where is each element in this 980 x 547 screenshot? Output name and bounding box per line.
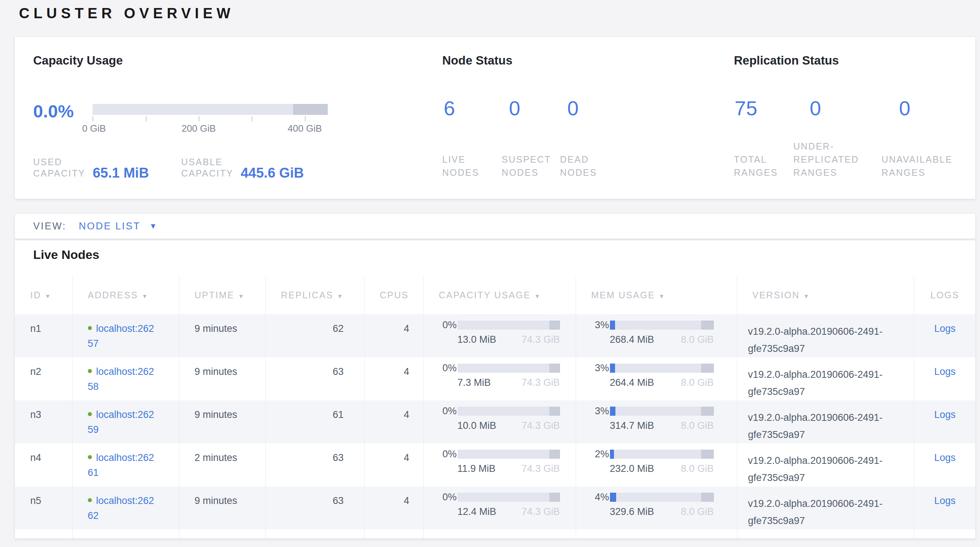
node-live-status-icon (88, 369, 92, 373)
logs-link[interactable]: Logs (934, 409, 956, 420)
view-dropdown[interactable]: NODE LIST ▼ (79, 221, 157, 232)
node-capacity-usage-cell: 0% 10.0 MiB 74.3 GiB (423, 401, 576, 444)
used-capacity-stat: USED CAPACITY 65.1 MiB (33, 156, 149, 179)
node-mem-usage-cell: 3% 314.7 MiB 8.0 GiB (576, 401, 737, 444)
live-nodes-label: LIVE NODES (442, 153, 497, 179)
capacity-usage-heading: Capacity Usage (33, 54, 123, 67)
mem-bar (610, 321, 714, 330)
node-address-link-line2[interactable]: 61 (88, 467, 179, 479)
node-uptime-cell: 2 minutes (179, 444, 266, 487)
capacity-total-value: 74.3 GiB (521, 506, 560, 517)
mem-percent: 3% (595, 320, 610, 331)
view-dropdown-selected[interactable]: NODE LIST (79, 221, 141, 232)
node-logs-cell: Logs (914, 401, 975, 444)
dead-nodes-label: DEAD NODES (560, 153, 615, 179)
mem-total-value: 8.0 GiB (681, 506, 713, 517)
node-replicas-cell: 63 (266, 487, 364, 530)
mem-used-value: 329.6 MiB (610, 506, 654, 517)
logs-link[interactable]: Logs (934, 495, 956, 506)
axis-label-200gib: 200 GiB (181, 123, 216, 134)
capacity-bar (458, 450, 560, 459)
node-address-link[interactable]: localhost:262 (96, 452, 154, 463)
node-address-cell: localhost:262 59 (72, 401, 179, 444)
capacity-used-value: 11.9 MiB (458, 463, 496, 474)
capacity-gauge: 0 GiB 200 GiB 400 GiB (92, 104, 328, 134)
used-capacity-label-line1: USED (33, 156, 85, 168)
logs-link[interactable]: Logs (934, 452, 956, 463)
table-row: n2 localhost:262 58 9 minutes 63 4 0% 7.… (15, 357, 975, 401)
node-address-link-line2[interactable]: 57 (88, 338, 179, 349)
node-address-link-line2[interactable]: 62 (88, 510, 179, 522)
node-status-section: Node Status 6 LIVE NODES 0 SUSPECT NODES… (442, 37, 734, 199)
node-version-cell: v19.2.0-alpha.20190606-2491-gfe735c9a97 (737, 401, 914, 444)
column-header-capacity-usage[interactable]: CAPACITY USAGE▼ (423, 276, 576, 314)
node-cpus-cell: 4 (364, 314, 423, 357)
node-address-link-line2[interactable]: 58 (88, 381, 179, 393)
axis-label-0gib: 0 GiB (82, 123, 106, 134)
unavailable-ranges-label: UNAVAILABLE RANGES (881, 153, 974, 179)
column-header-replicas[interactable]: REPLICAS▼ (266, 276, 364, 314)
replication-status-section: Replication Status 75 TOTAL RANGES 0 UND… (734, 37, 976, 199)
capacity-percent: 0% (442, 405, 458, 417)
chevron-down-icon[interactable]: ▼ (150, 222, 157, 231)
column-header-address[interactable]: ADDRESS▼ (72, 276, 179, 314)
sort-arrow-icon: ▼ (659, 293, 665, 299)
under-replicated-ranges-label: UNDER-REPLICATED RANGES (793, 140, 877, 179)
node-mem-usage-cell: 4% 329.6 MiB 8.0 GiB (576, 487, 737, 530)
unavailable-ranges-count: 0 (899, 97, 910, 119)
node-capacity-usage-cell: 0% 12.4 MiB 74.3 GiB (423, 487, 576, 530)
logs-link[interactable]: Logs (934, 366, 956, 377)
capacity-bar (458, 407, 560, 416)
under-replicated-ranges-stat: 0 UNDER-REPLICATED RANGES (793, 37, 877, 199)
node-address-link[interactable]: localhost:262 (96, 366, 154, 377)
mem-bar (610, 450, 714, 459)
capacity-gauge-track (92, 104, 328, 115)
node-capacity-usage-cell: 0% 7.3 MiB 74.3 GiB (423, 357, 576, 401)
column-header-cpus: CPUS (364, 276, 423, 314)
node-version-cell: v19.2.0-alpha.20190606-2491-gfe735c9a97 (737, 357, 914, 401)
column-header-id[interactable]: ID▼ (15, 276, 72, 314)
mem-used-value: 314.7 MiB (610, 420, 654, 431)
node-address-link[interactable]: localhost:262 (96, 409, 154, 420)
mem-total-value: 8.0 GiB (681, 420, 713, 431)
node-live-status-icon (88, 326, 92, 330)
dead-nodes-stat: 0 DEAD NODES (560, 37, 615, 199)
total-ranges-count: 75 (735, 97, 757, 119)
node-address-link[interactable]: localhost:262 (96, 495, 154, 506)
suspect-nodes-label: SUSPECT NODES (502, 153, 560, 179)
node-replicas-cell: 63 (266, 357, 364, 401)
usable-capacity-label-line2: CAPACITY (181, 168, 233, 179)
column-header-mem-usage[interactable]: MEM USAGE▼ (576, 276, 737, 314)
view-selector-bar: VIEW: NODE LIST ▼ (14, 213, 975, 239)
sort-arrow-icon: ▼ (238, 293, 245, 299)
capacity-bar (458, 493, 560, 502)
dead-nodes-count: 0 (567, 97, 579, 119)
node-address-link-line2[interactable]: 59 (88, 424, 179, 436)
mem-used-value: 264.4 MiB (610, 377, 654, 388)
suspect-nodes-stat: 0 SUSPECT NODES (502, 37, 560, 199)
total-ranges-stat: 75 TOTAL RANGES (734, 37, 791, 199)
column-header-logs: LOGS (914, 276, 975, 314)
capacity-used-percent: 0.0% (33, 101, 74, 121)
column-header-version[interactable]: VERSION▼ (737, 276, 914, 314)
live-nodes-stat: 6 LIVE NODES (442, 37, 497, 199)
mem-used-value: 268.4 MiB (610, 334, 654, 345)
usable-capacity-value: 445.6 GiB (240, 167, 304, 179)
page-title: CLUSTER OVERVIEW (19, 5, 234, 22)
capacity-bar (458, 364, 560, 373)
node-live-status-icon (88, 412, 92, 416)
mem-percent: 3% (595, 405, 610, 417)
table-row: n5 localhost:262 62 9 minutes 63 4 0% 12… (15, 487, 975, 530)
column-header-uptime[interactable]: UPTIME▼ (179, 276, 266, 314)
capacity-used-value: 10.0 MiB (458, 420, 496, 431)
node-mem-usage-cell: 3% 268.4 MiB 8.0 GiB (576, 314, 737, 357)
capacity-used-value: 7.3 MiB (458, 377, 491, 388)
logs-link[interactable]: Logs (934, 323, 956, 334)
cluster-overview-page: CLUSTER OVERVIEW Capacity Usage 0.0% 0 G… (0, 0, 980, 547)
node-address-link[interactable]: localhost:262 (96, 323, 154, 334)
capacity-gauge-other-usage (293, 104, 328, 115)
live-nodes-heading: Live Nodes (33, 248, 99, 262)
mem-used-value: 232.0 MiB (610, 463, 654, 474)
mem-bar (610, 493, 714, 502)
node-id-cell: n1 (15, 314, 72, 357)
